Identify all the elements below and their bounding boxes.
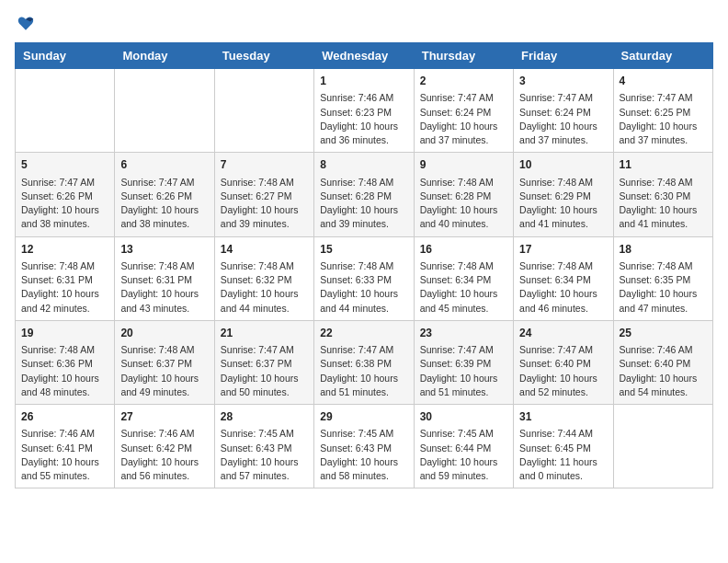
day-info: Sunrise: 7:44 AMSunset: 6:45 PMDaylight:… — [519, 427, 607, 483]
day-info: Sunrise: 7:48 AMSunset: 6:35 PMDaylight:… — [620, 259, 707, 316]
calendar-week-row: 19Sunrise: 7:48 AMSunset: 6:36 PMDayligh… — [16, 320, 713, 404]
table-row: 2Sunrise: 7:47 AMSunset: 6:24 PMDaylight… — [414, 69, 513, 153]
day-info: Sunrise: 7:48 AMSunset: 6:34 PMDaylight:… — [420, 259, 507, 316]
day-number: 5 — [21, 157, 108, 173]
table-row: 5Sunrise: 7:47 AMSunset: 6:26 PMDaylight… — [16, 153, 115, 236]
page-container: Sunday Monday Tuesday Wednesday Thursday… — [0, 0, 728, 498]
day-number: 16 — [420, 242, 507, 258]
logo — [15, 15, 35, 33]
col-monday: Monday — [115, 43, 214, 69]
day-number: 31 — [519, 409, 607, 425]
col-saturday: Saturday — [613, 43, 712, 69]
day-number: 29 — [320, 409, 407, 425]
day-info: Sunrise: 7:47 AMSunset: 6:24 PMDaylight:… — [420, 91, 507, 147]
table-row: 23Sunrise: 7:47 AMSunset: 6:39 PMDayligh… — [414, 320, 513, 404]
day-number: 3 — [519, 74, 607, 89]
day-number: 9 — [420, 157, 507, 173]
day-number: 10 — [519, 157, 607, 173]
day-number: 30 — [420, 409, 507, 425]
day-info: Sunrise: 7:45 AMSunset: 6:43 PMDaylight:… — [320, 427, 407, 483]
table-row: 30Sunrise: 7:45 AMSunset: 6:44 PMDayligh… — [414, 405, 513, 488]
day-number: 4 — [620, 74, 707, 89]
table-row: 8Sunrise: 7:48 AMSunset: 6:28 PMDaylight… — [314, 153, 414, 236]
logo-bird-icon — [17, 15, 35, 33]
calendar-table: Sunday Monday Tuesday Wednesday Thursday… — [15, 42, 713, 488]
day-info: Sunrise: 7:47 AMSunset: 6:26 PMDaylight:… — [21, 176, 108, 232]
day-number: 1 — [320, 74, 407, 89]
day-info: Sunrise: 7:48 AMSunset: 6:34 PMDaylight:… — [519, 259, 607, 316]
day-number: 28 — [221, 409, 308, 425]
day-info: Sunrise: 7:48 AMSunset: 6:27 PMDaylight:… — [221, 176, 308, 232]
day-info: Sunrise: 7:48 AMSunset: 6:30 PMDaylight:… — [620, 176, 707, 232]
table-row: 12Sunrise: 7:48 AMSunset: 6:31 PMDayligh… — [16, 236, 115, 320]
calendar-week-row: 1Sunrise: 7:46 AMSunset: 6:23 PMDaylight… — [16, 69, 713, 153]
table-row: 22Sunrise: 7:47 AMSunset: 6:38 PMDayligh… — [314, 320, 414, 404]
col-thursday: Thursday — [414, 43, 513, 69]
day-number: 25 — [620, 326, 707, 341]
day-number: 11 — [620, 157, 707, 173]
table-row: 24Sunrise: 7:47 AMSunset: 6:40 PMDayligh… — [514, 320, 613, 404]
day-info: Sunrise: 7:48 AMSunset: 6:37 PMDaylight:… — [120, 343, 208, 399]
header — [15, 15, 713, 33]
day-info: Sunrise: 7:47 AMSunset: 6:37 PMDaylight:… — [221, 343, 308, 399]
table-row: 26Sunrise: 7:46 AMSunset: 6:41 PMDayligh… — [16, 405, 115, 488]
table-row: 19Sunrise: 7:48 AMSunset: 6:36 PMDayligh… — [16, 320, 115, 404]
table-row: 6Sunrise: 7:47 AMSunset: 6:26 PMDaylight… — [115, 153, 214, 236]
table-row: 28Sunrise: 7:45 AMSunset: 6:43 PMDayligh… — [214, 405, 313, 488]
day-number: 8 — [320, 157, 407, 173]
col-tuesday: Tuesday — [214, 43, 313, 69]
day-number: 22 — [320, 326, 407, 341]
day-number: 21 — [221, 326, 308, 341]
table-row: 31Sunrise: 7:44 AMSunset: 6:45 PMDayligh… — [514, 405, 613, 488]
col-wednesday: Wednesday — [314, 43, 414, 69]
table-row — [214, 69, 313, 153]
table-row: 9Sunrise: 7:48 AMSunset: 6:28 PMDaylight… — [414, 153, 513, 236]
day-info: Sunrise: 7:48 AMSunset: 6:28 PMDaylight:… — [320, 176, 407, 232]
day-info: Sunrise: 7:46 AMSunset: 6:40 PMDaylight:… — [620, 343, 707, 399]
day-info: Sunrise: 7:45 AMSunset: 6:43 PMDaylight:… — [221, 427, 308, 483]
table-row: 18Sunrise: 7:48 AMSunset: 6:35 PMDayligh… — [613, 236, 712, 320]
table-row: 21Sunrise: 7:47 AMSunset: 6:37 PMDayligh… — [214, 320, 313, 404]
day-info: Sunrise: 7:47 AMSunset: 6:24 PMDaylight:… — [519, 91, 607, 147]
day-info: Sunrise: 7:46 AMSunset: 6:23 PMDaylight:… — [320, 91, 407, 147]
day-info: Sunrise: 7:48 AMSunset: 6:31 PMDaylight:… — [21, 259, 108, 316]
day-number: 2 — [420, 74, 507, 89]
table-row: 27Sunrise: 7:46 AMSunset: 6:42 PMDayligh… — [115, 405, 214, 488]
table-row: 25Sunrise: 7:46 AMSunset: 6:40 PMDayligh… — [613, 320, 712, 404]
day-info: Sunrise: 7:47 AMSunset: 6:40 PMDaylight:… — [519, 343, 607, 399]
day-info: Sunrise: 7:45 AMSunset: 6:44 PMDaylight:… — [420, 427, 507, 483]
day-info: Sunrise: 7:47 AMSunset: 6:26 PMDaylight:… — [120, 176, 208, 232]
day-info: Sunrise: 7:47 AMSunset: 6:39 PMDaylight:… — [420, 343, 507, 399]
day-number: 23 — [420, 326, 507, 341]
table-row — [115, 69, 214, 153]
table-row: 16Sunrise: 7:48 AMSunset: 6:34 PMDayligh… — [414, 236, 513, 320]
table-row: 13Sunrise: 7:48 AMSunset: 6:31 PMDayligh… — [115, 236, 214, 320]
col-sunday: Sunday — [16, 43, 115, 69]
table-row: 7Sunrise: 7:48 AMSunset: 6:27 PMDaylight… — [214, 153, 313, 236]
day-number: 17 — [519, 242, 607, 258]
day-info: Sunrise: 7:46 AMSunset: 6:41 PMDaylight:… — [21, 427, 108, 483]
calendar-week-row: 26Sunrise: 7:46 AMSunset: 6:41 PMDayligh… — [16, 405, 713, 488]
table-row — [613, 405, 712, 488]
day-info: Sunrise: 7:47 AMSunset: 6:38 PMDaylight:… — [320, 343, 407, 399]
day-info: Sunrise: 7:48 AMSunset: 6:31 PMDaylight:… — [120, 259, 208, 316]
table-row: 10Sunrise: 7:48 AMSunset: 6:29 PMDayligh… — [514, 153, 613, 236]
table-row: 11Sunrise: 7:48 AMSunset: 6:30 PMDayligh… — [613, 153, 712, 236]
table-row — [16, 69, 115, 153]
day-number: 12 — [21, 242, 108, 258]
table-row: 15Sunrise: 7:48 AMSunset: 6:33 PMDayligh… — [314, 236, 414, 320]
day-number: 19 — [21, 326, 108, 341]
table-row: 29Sunrise: 7:45 AMSunset: 6:43 PMDayligh… — [314, 405, 414, 488]
day-number: 18 — [620, 242, 707, 258]
day-info: Sunrise: 7:48 AMSunset: 6:36 PMDaylight:… — [21, 343, 108, 399]
table-row: 4Sunrise: 7:47 AMSunset: 6:25 PMDaylight… — [613, 69, 712, 153]
day-number: 20 — [120, 326, 208, 341]
day-number: 27 — [120, 409, 208, 425]
day-number: 15 — [320, 242, 407, 258]
day-number: 13 — [120, 242, 208, 258]
table-row: 14Sunrise: 7:48 AMSunset: 6:32 PMDayligh… — [214, 236, 313, 320]
table-row: 1Sunrise: 7:46 AMSunset: 6:23 PMDaylight… — [314, 69, 414, 153]
table-row: 20Sunrise: 7:48 AMSunset: 6:37 PMDayligh… — [115, 320, 214, 404]
day-number: 7 — [221, 157, 308, 173]
calendar-week-row: 12Sunrise: 7:48 AMSunset: 6:31 PMDayligh… — [16, 236, 713, 320]
